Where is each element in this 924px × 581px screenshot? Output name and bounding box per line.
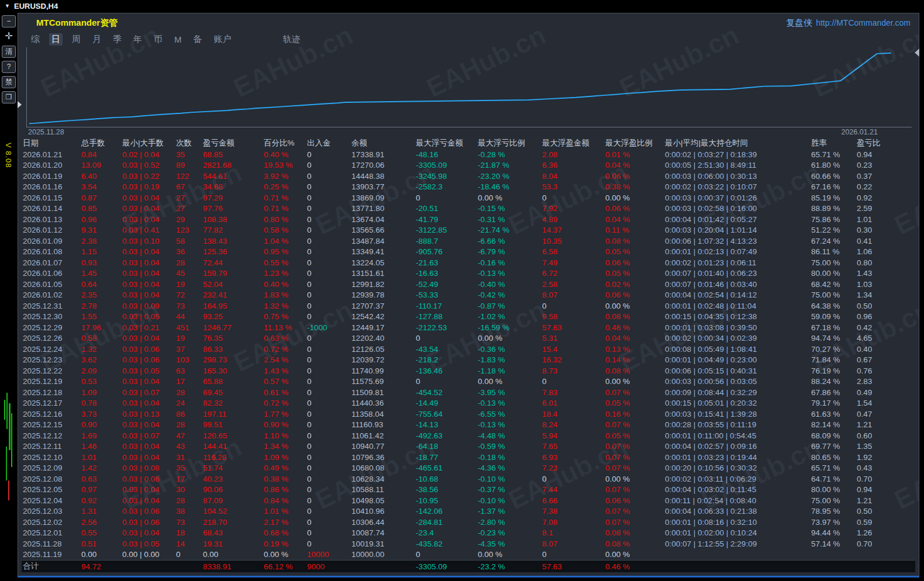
table-row[interactable]: 2025.12.101.010.03 | 0.0431116.281.09 %0…: [22, 452, 915, 463]
cell-count: 24: [175, 398, 202, 409]
cell-max-float-loss: -3122.85: [415, 225, 477, 236]
cell-pl-amount: 40.23: [202, 473, 263, 485]
table-row[interactable]: 2025.12.222.090.03 | 0.0563165.301.43 %0…: [22, 365, 915, 376]
cell-max-float-profit: 8.1: [541, 528, 604, 539]
menu-item-track[interactable]: 轨迹: [281, 33, 303, 46]
table-row[interactable]: 2025.11.190.000.00 | 0.0000.000.00 %1000…: [22, 549, 915, 561]
cell-max-float-profit-pct: 0.01 %: [604, 149, 664, 160]
table-row[interactable]: 2025.12.260.580.03 | 0.041976.350.63 %01…: [22, 333, 915, 344]
brand-name-link[interactable]: 复盘侠: [786, 18, 812, 27]
cell-deposit-withdraw: 0: [306, 387, 350, 398]
table-row[interactable]: 2026.01.022.350.03 | 0.0472232.411.83 %0…: [22, 290, 915, 301]
menu-item-quarter[interactable]: 季: [111, 33, 124, 46]
table-row[interactable]: 2025.12.190.530.03 | 0.041765.880.57 %01…: [22, 376, 915, 388]
table-row[interactable]: 2025.11.280.510.03 | 0.051419.310.19 %01…: [22, 538, 915, 549]
table-row[interactable]: 2025.12.301.550.03 | 0.054493.250.75 %01…: [22, 312, 915, 323]
table-row[interactable]: 2025.12.111.460.03 | 0.0443144.411.34 %0…: [22, 441, 915, 452]
table-row[interactable]: 2025.12.022.560.03 | 0.0673218.702.17 %0…: [22, 517, 915, 528]
table-row[interactable]: 2026.01.210.840.02 | 0.043568.850.40 %01…: [22, 149, 915, 160]
cell-max-float-loss: -52.49: [415, 279, 477, 290]
cell-win-rate: 51.22 %: [810, 225, 856, 236]
cell-min-max-lots: 0.03 | 0.06: [121, 473, 175, 485]
move-icon[interactable]: ✛: [2, 30, 16, 43]
table-row[interactable]: 2025.12.181.090.03 | 0.072869.450.61 %01…: [22, 387, 915, 398]
cell-balance: 11740.99: [350, 365, 415, 376]
table-row[interactable]: 2025.12.163.730.03 | 0.1386197.111.77 %0…: [22, 409, 915, 420]
table-row[interactable]: 2025.12.170.780.03 | 0.042482.320.72 %01…: [22, 398, 915, 409]
table-row[interactable]: 2026.01.2013.090.03 | 0.52892821.6819.53…: [22, 160, 915, 171]
table-row[interactable]: 2025.12.121.690.03 | 0.0747120.651.10 %0…: [22, 430, 915, 441]
menu-item-magic[interactable]: M: [172, 34, 184, 45]
cell-hold-time: 0:00:07 | 0:01:46 | 0:03:40: [664, 279, 810, 290]
table-row[interactable]: 2026.01.163.540.03 | 0.196734.680.25 %01…: [22, 182, 915, 193]
cell-max-float-loss-pct: -23.20 %: [477, 171, 541, 182]
table-row[interactable]: 2025.12.2917.960.03 | 0.214511246.7711.1…: [22, 322, 915, 333]
cell-min-max-lots: 0.03 | 0.04: [121, 452, 175, 463]
cell-date: 2025.12.16: [22, 409, 80, 420]
cell-deposit-withdraw: 0: [306, 203, 350, 215]
table-row[interactable]: 2025.12.091.420.03 | 0.083551.740.49 %01…: [22, 463, 915, 474]
column-header-pl-ratio: 盈亏比: [856, 137, 915, 149]
table-row[interactable]: 2026.01.129.310.03 | 0.4112377.820.58 %0…: [22, 225, 915, 236]
cell-max-float-profit-pct: 0.06 %: [604, 171, 664, 182]
cell-max-float-profit-pct: 0.00 %: [604, 473, 664, 485]
table-row[interactable]: 2026.01.070.930.03 | 0.042872.440.55 %01…: [22, 257, 915, 268]
menu-item-account[interactable]: 账户: [212, 33, 234, 46]
menu-item-year[interactable]: 年: [131, 33, 144, 46]
table-row[interactable]: 2026.01.150.870.03 | 0.042797.290.71 %01…: [22, 192, 915, 203]
table-row[interactable]: 2025.12.241.320.03 | 0.063786.330.72 %01…: [22, 344, 915, 355]
cell-balance: 17270.06: [350, 160, 415, 171]
disable-icon[interactable]: 禁: [2, 76, 16, 88]
menu-item-summary[interactable]: 综: [29, 33, 42, 46]
cell-percent: 0.19 %: [263, 538, 306, 549]
cell-hold-time: 0:00:05 | 2:51:30 | 8:49:11: [664, 160, 810, 171]
table-row[interactable]: 2026.01.196.400.03 | 0.22122544.613.92 %…: [22, 171, 915, 182]
cell-max-float-profit: 10.35: [541, 236, 604, 247]
table-row[interactable]: 2025.12.031.310.03 | 0.0638104.521.01 %0…: [22, 506, 915, 517]
cell-win-rate: 59.09 %: [810, 312, 856, 323]
cell-date: 2026.01.07: [22, 257, 80, 268]
cell-win-rate: 94.74 %: [810, 333, 856, 344]
cell-pl-amount: 19.31: [202, 538, 263, 549]
menu-item-month[interactable]: 月: [90, 33, 104, 46]
table-row[interactable]: 2026.01.130.960.03 | 0.0429108.380.80 %0…: [22, 214, 915, 225]
dropdown-triangle-icon[interactable]: ▼: [5, 3, 10, 9]
menu-item-currency[interactable]: 币: [151, 33, 165, 46]
total-row[interactable]: 合计94.728338.9166.12 %9000-3305.09-23.2 %…: [22, 561, 915, 573]
table-row[interactable]: 2026.01.050.640.03 | 0.041952.040.40 %01…: [22, 279, 915, 290]
table-row[interactable]: 2026.01.081.150.03 | 0.0436125.360.95 %0…: [22, 247, 915, 258]
table-row[interactable]: 2025.12.312.780.03 | 0.0973164.951.32 %0…: [22, 300, 915, 312]
table-row[interactable]: 2026.01.140.850.03 | 0.042797.760.71 %01…: [22, 203, 915, 215]
table-row[interactable]: 2025.12.080.630.03 | 0.061740.230.38 %01…: [22, 473, 915, 485]
cell-pl-ratio: 1.54: [856, 398, 915, 409]
table-row[interactable]: 2025.12.150.900.03 | 0.042899.510.90 %01…: [22, 420, 915, 431]
column-header-hold-time: 最小|平均|最大持仓时间: [664, 137, 810, 149]
cell-date: 2025.12.29: [22, 322, 80, 333]
cell-hold-time: 0:00:01 | 0:03:23 | 0:19:44: [664, 452, 810, 463]
cell-max-float-loss-pct: -16.59 %: [477, 322, 541, 333]
cell-percent: 0.61 %: [263, 387, 306, 398]
table-row[interactable]: 2026.01.092.380.03 | 0.1058138.431.04 %0…: [22, 236, 915, 247]
menu-item-week[interactable]: 周: [70, 33, 83, 46]
cell-max-float-loss-pct: -4.36 %: [477, 463, 541, 474]
cell-pl-ratio: 1.35: [856, 441, 915, 452]
cell-max-float-profit-pct: 0.06 %: [604, 290, 664, 301]
brand-url-link[interactable]: http://MTCommander.com: [816, 18, 911, 27]
menu-item-day[interactable]: 日: [49, 33, 63, 46]
cell-date: 2025.12.24: [22, 344, 80, 355]
table-row[interactable]: 2025.12.050.970.03 | 0.043090.060.86 %01…: [22, 485, 915, 496]
cell-pl-amount: 93.25: [202, 312, 263, 323]
table-row[interactable]: 2025.12.233.620.03 | 0.06103298.732.54 %…: [22, 355, 915, 366]
clear-icon[interactable]: 清: [2, 46, 16, 58]
cell-min-max-lots: 0.03 | 0.04: [121, 495, 175, 506]
menu-item-note[interactable]: 备: [191, 33, 205, 46]
cell-count: 19: [175, 279, 202, 290]
windows-icon[interactable]: ❐: [2, 91, 16, 103]
help-icon[interactable]: ?: [2, 61, 16, 73]
minimize-icon[interactable]: −: [2, 15, 16, 27]
table-row[interactable]: 2025.12.040.920.03 | 0.042887.090.84 %01…: [22, 495, 915, 506]
cell-max-float-loss-pct: -0.16 %: [477, 257, 541, 268]
cell-count: 43: [175, 441, 202, 452]
table-row[interactable]: 2025.12.010.550.03 | 0.041868.430.68 %01…: [22, 528, 915, 539]
table-row[interactable]: 2026.01.061.450.03 | 0.0445159.791.23 %0…: [22, 268, 915, 279]
